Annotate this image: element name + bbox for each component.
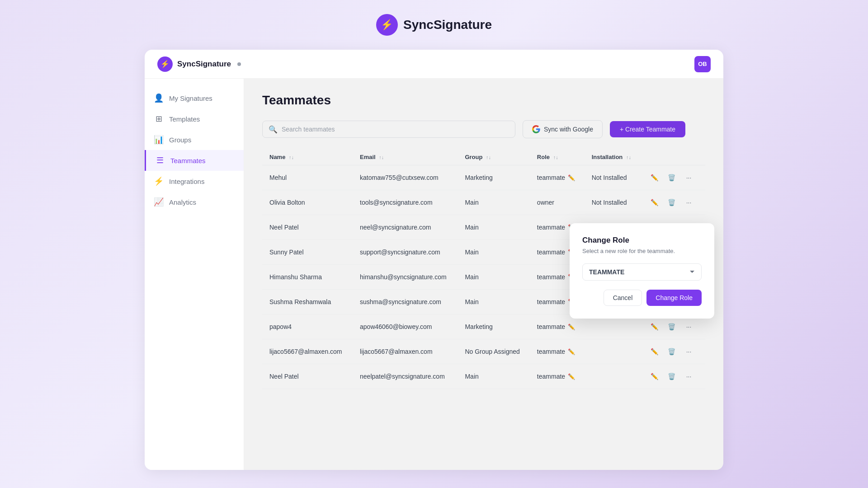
cell-name: Neel Patel — [262, 364, 353, 389]
more-button[interactable]: ··· — [682, 171, 696, 184]
modal-title: Change Role — [582, 236, 702, 245]
sort-email-icon: ↑↓ — [379, 155, 384, 160]
change-role-button[interactable]: Change Role — [646, 290, 702, 306]
sort-name-icon: ↑↓ — [289, 155, 294, 160]
top-logo: ⚡ SyncSignature — [376, 14, 492, 36]
role-select[interactable]: TEAMMATEADMINOWNER — [582, 263, 702, 281]
toolbar: 🔍 Sync with Google + Create Teammate — [262, 120, 705, 138]
col-name[interactable]: Name ↑↓ — [262, 149, 353, 165]
create-teammate-button[interactable]: + Create Teammate — [610, 121, 685, 137]
more-button[interactable]: ··· — [682, 370, 696, 383]
cell-actions: ✏️ 🗑️ ··· — [641, 364, 705, 389]
more-button[interactable]: ··· — [682, 320, 696, 333]
sidebar-item-my-signatures[interactable]: 👤 My Signatures — [145, 88, 244, 108]
row-actions: ✏️ 🗑️ ··· — [648, 345, 698, 358]
search-box: 🔍 — [262, 121, 515, 138]
sidebar-label-teammates: Teammates — [170, 157, 206, 164]
cell-name: lijaco5667@almaxen.com — [262, 339, 353, 364]
cell-group: Main — [458, 265, 529, 290]
role-badge: teammate ✏️ — [537, 348, 575, 355]
cancel-button[interactable]: Cancel — [604, 290, 642, 306]
edit-button[interactable]: ✏️ — [648, 370, 661, 383]
sidebar: 👤 My Signatures ⊞ Templates 📊 Groups ☰ T… — [145, 79, 244, 470]
edit-role-icon[interactable]: ✏️ — [568, 373, 575, 380]
cell-group: No Group Assigned — [458, 339, 529, 364]
sidebar-label-my-signatures: My Signatures — [169, 94, 212, 102]
cell-installation: Not Installed — [585, 165, 641, 190]
delete-button[interactable]: 🗑️ — [665, 196, 679, 209]
edit-button[interactable]: ✏️ — [648, 320, 661, 333]
cell-group: Main — [458, 364, 529, 389]
edit-button[interactable]: ✏️ — [648, 345, 661, 358]
sort-installation-icon: ↑↓ — [626, 155, 631, 160]
sidebar-label-groups: Groups — [169, 136, 191, 144]
sidebar-label-analytics: Analytics — [169, 198, 196, 206]
sidebar-item-analytics[interactable]: 📈 Analytics — [145, 192, 244, 212]
cell-name: Mehul — [262, 165, 353, 190]
sidebar-icon-analytics: 📈 — [154, 197, 164, 207]
sidebar-item-templates[interactable]: ⊞ Templates — [145, 108, 244, 129]
col-email[interactable]: Email ↑↓ — [353, 149, 458, 165]
more-button[interactable]: ··· — [682, 196, 696, 209]
cell-actions: ✏️ 🗑️ ··· — [641, 339, 705, 364]
row-actions: ✏️ 🗑️ ··· — [648, 171, 698, 184]
edit-button[interactable]: ✏️ — [648, 171, 661, 184]
top-logo-icon: ⚡ — [376, 14, 398, 36]
cell-installation — [585, 339, 641, 364]
col-role[interactable]: Role ↑↓ — [530, 149, 585, 165]
role-badge: teammate ✏️ — [537, 174, 575, 181]
app-header-logo: ⚡ SyncSignature — [157, 56, 241, 72]
table-row: Mehul katomaw755@cutxsew.com Marketing t… — [262, 165, 705, 190]
app-body: 👤 My Signatures ⊞ Templates 📊 Groups ☰ T… — [145, 79, 723, 470]
delete-button[interactable]: 🗑️ — [665, 171, 679, 184]
row-actions: ✏️ 🗑️ ··· — [648, 320, 698, 333]
edit-role-icon[interactable]: ✏️ — [568, 348, 575, 355]
edit-button[interactable]: ✏️ — [648, 196, 661, 209]
cell-group: Main — [458, 190, 529, 215]
cell-email: neel@syncsignature.com — [353, 215, 458, 240]
sidebar-item-teammates[interactable]: ☰ Teammates — [145, 150, 244, 171]
cell-email: support@syncsignature.com — [353, 240, 458, 265]
sidebar-item-groups[interactable]: 📊 Groups — [145, 129, 244, 150]
cell-installation: Not Installed — [585, 190, 641, 215]
app-name: SyncSignature — [177, 60, 231, 69]
cell-email: tools@syncsignature.com — [353, 190, 458, 215]
cell-name: Olivia Bolton — [262, 190, 353, 215]
more-button[interactable]: ··· — [682, 345, 696, 358]
cell-role: teammate ✏️ — [530, 339, 585, 364]
cell-group: Marketing — [458, 165, 529, 190]
modal-buttons: Cancel Change Role — [582, 290, 702, 306]
role-badge: owner — [537, 199, 554, 206]
role-badge: teammate ✏️ — [537, 323, 575, 330]
delete-button[interactable]: 🗑️ — [665, 345, 679, 358]
cell-name: Sushma Reshamwala — [262, 290, 353, 314]
status-dot — [237, 62, 241, 66]
cell-email: sushma@syncsignature.com — [353, 290, 458, 314]
top-bar: ⚡ SyncSignature — [0, 0, 868, 50]
col-group[interactable]: Group ↑↓ — [458, 149, 529, 165]
avatar[interactable]: OB — [694, 56, 711, 72]
modal-subtitle: Select a new role for the teammate. — [582, 248, 702, 254]
cell-email: lijaco5667@almaxen.com — [353, 339, 458, 364]
delete-button[interactable]: 🗑️ — [665, 370, 679, 383]
edit-role-icon[interactable]: ✏️ — [568, 174, 575, 181]
cell-group: Main — [458, 215, 529, 240]
role-badge: teammate ✏️ — [537, 373, 575, 380]
delete-button[interactable]: 🗑️ — [665, 320, 679, 333]
sidebar-icon-templates: ⊞ — [154, 114, 164, 124]
cell-name: Sunny Patel — [262, 240, 353, 265]
sidebar-item-integrations[interactable]: ⚡ Integrations — [145, 171, 244, 192]
edit-role-icon[interactable]: ✏️ — [568, 324, 575, 330]
search-icon: 🔍 — [269, 125, 278, 134]
search-input[interactable] — [262, 121, 515, 138]
sync-google-button[interactable]: Sync with Google — [523, 120, 603, 138]
cell-actions: ✏️ 🗑️ ··· — [641, 165, 705, 190]
cell-email: himanshu@syncsignature.com — [353, 265, 458, 290]
col-installation[interactable]: Installation ↑↓ — [585, 149, 641, 165]
change-role-modal: Change Role Select a new role for the te… — [570, 223, 714, 319]
cell-group: Main — [458, 290, 529, 314]
cell-role: teammate ✏️ — [530, 165, 585, 190]
row-actions: ✏️ 🗑️ ··· — [648, 196, 698, 209]
table-row: Olivia Bolton tools@syncsignature.com Ma… — [262, 190, 705, 215]
top-logo-text: SyncSignature — [403, 18, 492, 32]
